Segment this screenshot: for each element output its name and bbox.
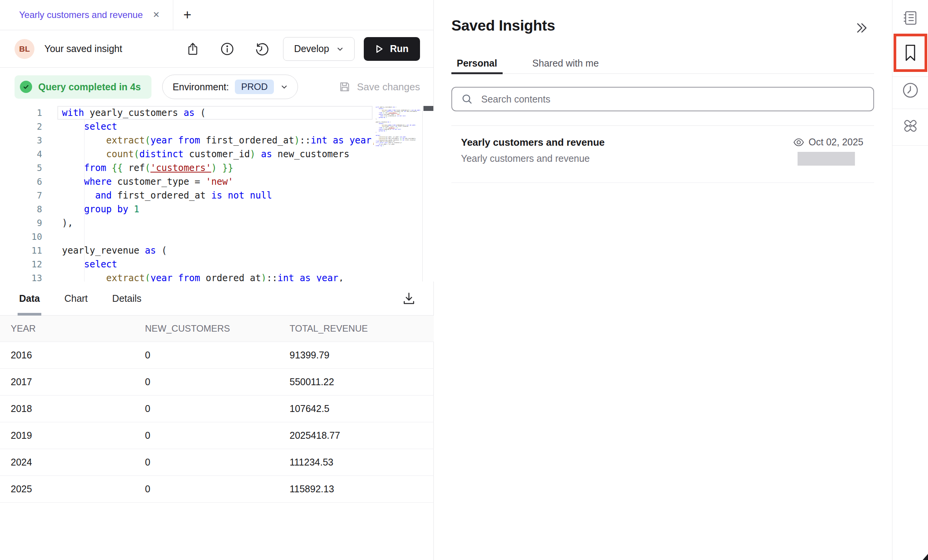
- table-cell: 2024: [0, 457, 142, 468]
- chevron-down-icon: [336, 45, 344, 53]
- table-row[interactable]: 2016091399.79: [0, 342, 434, 369]
- minimap-code: with yearly_customers as ( select extrac…: [374, 106, 423, 147]
- table-row[interactable]: 20180107642.5: [0, 396, 434, 422]
- code-line[interactable]: 13 extract(year from ordered_at)::int as…: [0, 271, 374, 282]
- line-number: 6: [0, 175, 42, 189]
- insight-label: Your saved insight: [44, 43, 122, 54]
- saved-insight-item[interactable]: Yearly customers and revenueOct 02, 2025…: [451, 136, 874, 176]
- share-icon[interactable]: [186, 42, 200, 56]
- collapse-panel-icon[interactable]: [855, 22, 868, 34]
- environment-value: PROD: [235, 80, 274, 94]
- table-row[interactable]: 20170550011.22: [0, 369, 434, 396]
- divider: [451, 182, 874, 183]
- tab-chart[interactable]: Chart: [64, 282, 88, 315]
- run-button[interactable]: Run: [364, 37, 420, 61]
- environment-label: Environment:: [173, 81, 229, 93]
- table-header-row: YEARNEW_CUSTOMERSTOTAL_REVENUE: [0, 316, 434, 342]
- line-number: 8: [0, 202, 42, 216]
- insights-tabs: PersonalShared with me: [451, 53, 874, 74]
- saved-insights-sidebar-button[interactable]: [894, 34, 927, 72]
- results-tab-bar: DataChartDetails: [0, 282, 433, 316]
- code-line[interactable]: 3 extract(year from first_ordered_at)::i…: [0, 133, 374, 147]
- code-line[interactable]: 12 select: [0, 257, 374, 271]
- table-cell: 2017: [0, 376, 142, 387]
- insights-list: Yearly customers and revenueOct 02, 2025…: [434, 136, 892, 183]
- resize-corner: [923, 554, 928, 560]
- save-icon: [339, 81, 351, 93]
- table-row[interactable]: 20250115892.13: [0, 476, 434, 503]
- code-line[interactable]: 5 from {{ ref('customers') }}: [0, 161, 374, 175]
- line-number: 9: [0, 216, 42, 230]
- history-icon[interactable]: [255, 42, 269, 56]
- code-line[interactable]: 7 and first_ordered_at is not null: [0, 189, 374, 202]
- download-icon[interactable]: [402, 291, 416, 305]
- table-cell: 2025418.77: [288, 430, 434, 441]
- table-cell: 2025: [0, 483, 142, 495]
- develop-button[interactable]: Develop: [283, 37, 355, 61]
- column-header[interactable]: NEW_CUSTOMERS: [142, 323, 288, 334]
- line-number: 2: [0, 120, 42, 133]
- environment-selector[interactable]: Environment: PROD: [162, 75, 298, 99]
- table-cell: 2019: [0, 430, 142, 441]
- code-lines: 1with yearly_customers as (2 select3 ext…: [0, 106, 374, 282]
- code-line[interactable]: 2 select: [0, 120, 374, 133]
- play-icon: [375, 44, 384, 54]
- line-number: 10: [0, 230, 42, 244]
- code-line[interactable]: 1with yearly_customers as (: [0, 106, 374, 120]
- table-cell: 91399.79: [288, 350, 434, 361]
- close-icon[interactable]: ✕: [153, 10, 160, 20]
- table-cell: 2018: [0, 403, 142, 414]
- notebook-icon[interactable]: [892, 10, 928, 26]
- column-header[interactable]: YEAR: [0, 323, 142, 334]
- line-number: 3: [0, 133, 42, 147]
- code-line[interactable]: 11yearly_revenue as (: [0, 244, 374, 257]
- loading-skeleton: [798, 152, 855, 166]
- tab-details[interactable]: Details: [112, 282, 141, 315]
- info-icon[interactable]: [220, 42, 234, 56]
- save-changes-button[interactable]: Save changes: [339, 81, 420, 93]
- editor-scrollbar-thumb[interactable]: [423, 106, 433, 111]
- code-line[interactable]: 4 count(distinct customer_id) as new_cus…: [0, 147, 374, 161]
- app-root: Yearly customers and revenue ✕ + BL Your…: [0, 0, 928, 560]
- code-line[interactable]: 8 group by 1: [0, 202, 374, 216]
- table-cell: 115892.13: [288, 483, 434, 495]
- line-number: 7: [0, 189, 42, 202]
- results-tabs-group: DataChartDetails: [19, 282, 142, 315]
- insight-date: Oct 02, 2025: [809, 137, 863, 148]
- column-header[interactable]: TOTAL_REVENUE: [288, 323, 434, 334]
- table-cell: 111234.53: [288, 457, 434, 468]
- new-tab-button[interactable]: +: [173, 0, 202, 30]
- line-number: 1: [0, 106, 42, 120]
- eye-icon: [793, 138, 804, 147]
- lineage-icon[interactable]: [892, 117, 928, 135]
- bookmark-icon: [903, 44, 918, 62]
- line-number: 4: [0, 147, 42, 161]
- data-table: YEARNEW_CUSTOMERSTOTAL_REVENUE 201609139…: [0, 316, 434, 503]
- editor-minimap[interactable]: with yearly_customers as ( select extrac…: [374, 106, 423, 282]
- query-status-badge: Query completed in 4s: [15, 75, 151, 99]
- avatar: BL: [15, 39, 34, 59]
- code-line[interactable]: 9),: [0, 216, 374, 230]
- status-row: Query completed in 4s Environment: PROD …: [0, 68, 433, 106]
- sql-editor[interactable]: 1with yearly_customers as (2 select3 ext…: [0, 106, 434, 282]
- clock-icon[interactable]: [892, 82, 928, 99]
- insight-meta: Oct 02, 2025: [793, 137, 863, 148]
- tab-yearly-customers-and-revenue[interactable]: Yearly customers and revenue ✕: [0, 0, 173, 30]
- table-row[interactable]: 20240111234.53: [0, 449, 434, 476]
- tab-data[interactable]: Data: [19, 282, 40, 315]
- develop-label: Develop: [294, 43, 329, 54]
- line-number: 5: [0, 161, 42, 175]
- line-number: 12: [0, 257, 42, 271]
- search-icon: [461, 93, 473, 105]
- table-cell: 0: [142, 350, 288, 361]
- tab-shared-with-me[interactable]: Shared with me: [527, 53, 604, 73]
- tab-personal[interactable]: Personal: [451, 53, 503, 73]
- search-input[interactable]: [481, 94, 864, 105]
- search-box[interactable]: [451, 87, 874, 111]
- code-line[interactable]: 10: [0, 230, 374, 244]
- right-sidebar: [892, 0, 928, 560]
- code-line[interactable]: 6 where customer_type = 'new': [0, 175, 374, 189]
- table-row[interactable]: 201902025418.77: [0, 422, 434, 449]
- query-status-text: Query completed in 4s: [38, 81, 141, 93]
- toolbar-icon-group: [186, 42, 269, 56]
